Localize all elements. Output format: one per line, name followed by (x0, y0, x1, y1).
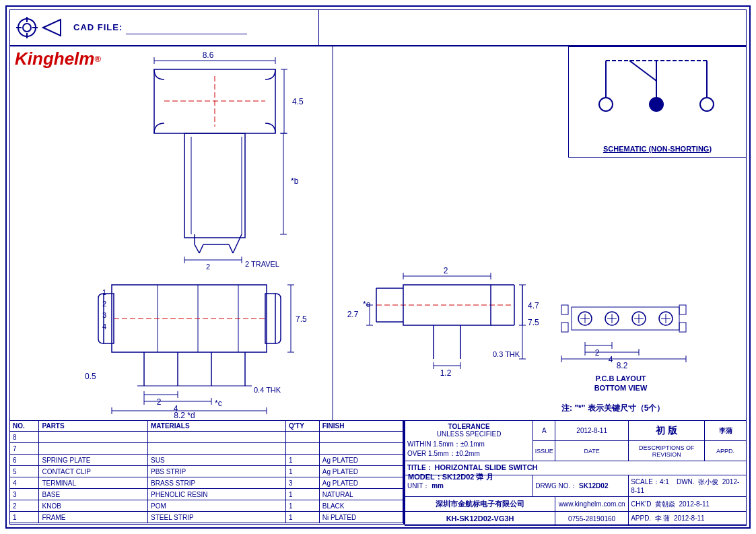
svg-marker-6 (43, 20, 61, 36)
svg-text:4: 4 (609, 355, 613, 364)
svg-text:4.7: 4.7 (528, 301, 539, 310)
cad-file-input (126, 21, 247, 34)
target-icon (16, 17, 38, 38)
svg-text:7.5: 7.5 (528, 318, 539, 327)
rev-date: 2012-8-11 (555, 421, 629, 441)
svg-text:*b: *b (291, 176, 299, 186)
bom-header-qty: Q'TY (286, 421, 320, 432)
bom-header-no: NO. (10, 421, 39, 432)
svg-text:7.5: 7.5 (296, 314, 307, 324)
initial-appd: 李蒲 (705, 421, 747, 441)
bom-row-4: 4 TERMINAL BRASS STRIP 3 Ag PLATED (10, 477, 403, 489)
dwn-value: 张小俊 (698, 478, 718, 486)
unit-label: UNIT： (407, 482, 429, 490)
drwg-label: DRWG NO.： (535, 482, 577, 490)
scale-value: 4:1 (660, 478, 669, 486)
svg-rect-119 (561, 323, 568, 332)
svg-rect-118 (561, 305, 568, 314)
svg-rect-120 (679, 305, 686, 314)
svg-text:8.2  *d: 8.2 *d (174, 411, 195, 420)
title-row-6: KH-SK12D02-VG3H 0755-28190160 APPD. 李 蒲 … (405, 512, 747, 526)
unit-value: mm (432, 482, 444, 490)
bom-table: NO. PARTS MATERIALS Q'TY FINISH 8 7 6 SP… (9, 420, 403, 523)
svg-point-1 (23, 24, 31, 32)
svg-text:2: 2 (157, 397, 162, 407)
dwn-label: DWN. (677, 478, 695, 486)
svg-point-139 (650, 98, 663, 111)
svg-text:P.C.B  LAYOUT: P.C.B LAYOUT (595, 374, 646, 382)
svg-point-140 (700, 98, 714, 111)
title-value: HORIZONTAL SLIDE SWITCH (435, 463, 538, 471)
appd-value: 李 蒲 (655, 514, 671, 522)
header-row: CAD FILE: (9, 9, 747, 46)
svg-line-26 (233, 244, 237, 253)
part-number: KH-SK12D02-VG3H (405, 512, 555, 526)
svg-line-22 (195, 244, 199, 253)
svg-line-145 (629, 61, 656, 81)
website: www.kinghelm.com.cn (555, 497, 629, 512)
phone: 0755-28190160 (555, 512, 629, 526)
svg-text:*c: *c (215, 399, 222, 408)
chkd-value: 黄朝焱 (655, 500, 675, 508)
bom-row-5: 5 CONTACT CLIP PBS STRIP 1 Ag PLATED (10, 466, 403, 477)
bom-header-finish: FINISH (319, 421, 403, 432)
svg-rect-121 (679, 323, 686, 332)
svg-text:1: 1 (102, 288, 106, 296)
schematic-box: SCHEMATIC (NON-SHORTING) (568, 46, 747, 158)
bom-row-7: 7 (10, 443, 403, 455)
schematic-svg (569, 47, 747, 145)
svg-text:0.4 THK: 0.4 THK (254, 386, 281, 394)
svg-text:BOTTOM  VIEW: BOTTOM VIEW (594, 384, 648, 392)
tolerance-over: OVER 1.5mm：±0.2mm (407, 449, 530, 459)
date-label: DATE (555, 441, 629, 461)
svg-line-25 (229, 244, 233, 253)
appd-label: APPD. (705, 441, 747, 461)
bom-row-8: 8 (10, 432, 403, 443)
svg-point-138 (599, 98, 613, 111)
appd-date: 2012-8-11 (674, 514, 705, 522)
header-right (319, 9, 747, 45)
svg-line-23 (199, 244, 203, 253)
svg-text:2: 2 (102, 300, 106, 308)
appd2-label: APPD. (631, 514, 651, 522)
tolerance-line2: UNLESS SPECIFIED (407, 430, 530, 438)
tolerance-line1: TOLERANCE (407, 423, 530, 430)
svg-rect-18 (184, 133, 245, 238)
svg-text:0.5: 0.5 (85, 372, 96, 381)
svg-line-27 (237, 234, 242, 244)
rev-col-a: A (533, 421, 555, 441)
triangle-icon (42, 17, 63, 38)
bom-row-1: 1 FRAME STEEL STRIP 1 Ni PLATED (10, 512, 403, 523)
cad-file-label: CAD FILE: (73, 22, 123, 32)
model-label: MODEL：SK12D02 弹 月 (405, 472, 493, 482)
issue-label: ISSUE (533, 441, 555, 461)
scale-label: SCALE： (631, 478, 660, 486)
title-row-1: TOLERANCE UNLESS SPECIFIED WITHIN 1.5mm：… (405, 421, 747, 441)
title-row-5: 深圳市金航标电子有限公司 www.kinghelm.com.cn CHK'D 黄… (405, 497, 747, 512)
initial-rev: 初 版 (629, 421, 705, 441)
svg-text:2 TRAVEL: 2 TRAVEL (245, 260, 279, 268)
title-label: TITLE： (407, 464, 433, 471)
svg-text:1.2: 1.2 (440, 368, 452, 378)
svg-text:8.6: 8.6 (203, 51, 214, 60)
svg-text:8.2: 8.2 (617, 361, 628, 370)
bom-row-6: 6 SPRING PLATE SUS 1 Ag PLATED (10, 455, 403, 466)
chkd-label: CHK'D (631, 500, 651, 508)
bom-header-row: NO. PARTS MATERIALS Q'TY FINISH (10, 421, 403, 432)
svg-text:注:  "*" 表示关键尺寸（5个）: 注: "*" 表示关键尺寸（5个） (561, 403, 664, 413)
svg-text:3: 3 (102, 311, 106, 319)
company-name: 深圳市金航标电子有限公司 (405, 497, 555, 512)
svg-text:4: 4 (102, 323, 106, 331)
bom-row-2: 2 KNOB POM 1 BLACK (10, 500, 403, 512)
bom-header-parts: PARTS (39, 421, 148, 432)
svg-text:2: 2 (206, 263, 210, 271)
chkd-date: 2012-8-11 (679, 500, 710, 508)
drwg-value: SK12D02 (579, 482, 608, 490)
schematic-label: SCHEMATIC (NON-SHORTING) (569, 145, 746, 153)
svg-text:2.7: 2.7 (347, 310, 359, 319)
bom-header-materials: MATERIALS (148, 421, 286, 432)
tolerance-within: WITHIN 1.5mm：±0.1mm (407, 440, 530, 449)
desc-label: DESCRIPTIONS OF REVISION (629, 441, 705, 461)
bom-row-3: 3 BASE PHENOLIC RESIN 1 NATURAL (10, 489, 403, 500)
svg-text:4.5: 4.5 (292, 97, 304, 106)
